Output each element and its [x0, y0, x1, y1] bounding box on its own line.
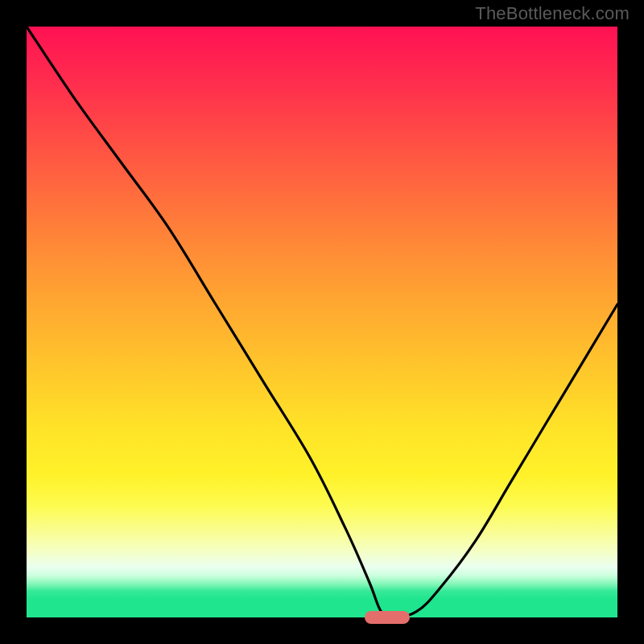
bottleneck-curve: [27, 27, 617, 617]
optimum-marker: [365, 611, 410, 624]
curve-svg: [27, 27, 617, 617]
plot-area: [27, 27, 617, 617]
chart-container: TheBottleneck.com: [0, 0, 644, 644]
attribution-text: TheBottleneck.com: [475, 3, 630, 24]
